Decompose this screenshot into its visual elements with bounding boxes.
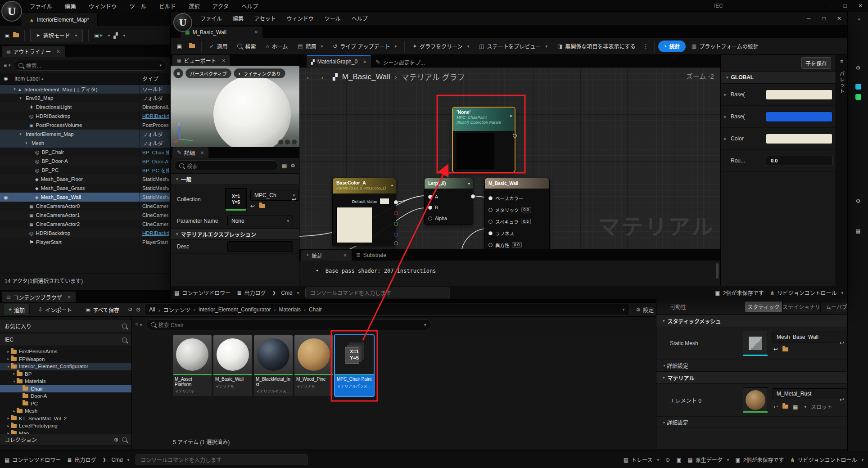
output-pin-g[interactable] [394, 222, 398, 226]
expand-arrow-icon[interactable]: ▸ [6, 350, 11, 354]
input-pin[interactable] [488, 231, 493, 235]
material-thumbnail[interactable] [743, 387, 768, 413]
collapse-icon[interactable]: ▴ [391, 183, 393, 187]
locate-icon[interactable]: ⊙ [136, 306, 140, 313]
asset-tile[interactable]: M_BlackMetal_Inst マテリアルインス... [254, 335, 293, 396]
lit-mode-dropdown[interactable]: ◐ ライティングあり [234, 68, 285, 78]
preview-state-dropdown[interactable]: ◫ ステートをプレビュー ▾ [475, 40, 552, 53]
texture-streaming-icon[interactable]: ▦ [793, 404, 798, 410]
folder-tree-row[interactable]: ▸ FirstPersonArms [0, 348, 131, 356]
clipboard-icon[interactable]: ▤ [855, 228, 860, 234]
gear-icon[interactable]: ⚙ [856, 65, 861, 71]
expand-arrow-icon[interactable]: ▾ [12, 87, 18, 91]
menu-item[interactable]: ヘルプ [346, 14, 373, 22]
details-search-input[interactable]: 検索 [174, 160, 278, 171]
close-icon[interactable]: ✕ [254, 30, 258, 35]
breadcrumb-item[interactable]: Materials [271, 306, 301, 313]
close-icon[interactable]: ✕ [222, 58, 225, 63]
viewport-tab[interactable]: ▦ ビューポート ✕ [172, 55, 230, 66]
folder-tree-row[interactable]: ▸ KT_SmartMat_Vol_2 [0, 415, 131, 423]
input-pin-b[interactable] [428, 206, 432, 210]
material-section[interactable]: ▾ マテリアル [656, 371, 848, 384]
close-icon[interactable]: ✕ [363, 59, 366, 64]
chevron-down-icon[interactable]: ▾ [858, 17, 860, 22]
parameter-row[interactable]: ▸ Base( [721, 106, 836, 128]
material-graph-tab[interactable]: ▞ MaterialGraph_0 ✕ [307, 55, 371, 68]
pin-value[interactable]: 0.0 [521, 207, 532, 212]
palette-menu-icon[interactable]: ≡ [836, 55, 847, 65]
more-options-icon[interactable]: ⋮ [642, 43, 651, 50]
material-preview-viewport[interactable]: ≡ パースペクティブ ◐ ライティングあり Z [171, 66, 299, 147]
output-pin[interactable] [513, 134, 517, 138]
nav-forward-icon[interactable]: → [317, 73, 325, 81]
collection-thumbnail[interactable]: X=1 Y=5 [225, 188, 247, 211]
advanced-row[interactable]: ▸ 詳細設定 [656, 417, 848, 428]
perspective-dropdown[interactable]: パースペクティブ [185, 68, 231, 78]
import-button[interactable]: ⇩ インポート [33, 304, 77, 315]
outliner-search-input[interactable]: 検索... ▾ [14, 60, 167, 71]
search-icon[interactable] [122, 437, 127, 442]
outliner-row[interactable]: ▦ CineCameraActor1 CineCameraActor [0, 211, 170, 220]
input-pin[interactable] [488, 243, 493, 247]
node-input-pin-row[interactable]: 異方性 0.0 [485, 239, 549, 249]
outliner-row[interactable]: ▦ CineCameraActor0 CineCameraActor [0, 202, 170, 211]
reset-to-default-icon[interactable]: ↩ [840, 340, 844, 346]
search-icon[interactable] [122, 338, 127, 342]
type-column[interactable]: タイプ [142, 75, 158, 82]
menu-item[interactable]: アセット [249, 14, 281, 22]
asset-tile[interactable]: M_Wood_Pine マテリアル [294, 335, 333, 396]
expand-arrow-icon[interactable]: ▾ [18, 132, 23, 136]
scene-settings-tab[interactable]: ✎ シーン設定をプ... [371, 57, 429, 68]
visibility-column-eye-icon[interactable]: ◉ [0, 76, 12, 81]
basecolor-param-node[interactable]: BaseColor_A Param (0.81,0.788,0.655,1) ▴… [332, 178, 396, 246]
expand-arrow-icon[interactable]: ▸ [724, 136, 731, 141]
asset-search-input[interactable]: 検索 Chair ▾ [146, 319, 431, 330]
clean-graph-dropdown[interactable]: ✦ グラフをクリーン ▾ [408, 40, 473, 53]
menu-item[interactable]: ファイル [23, 2, 59, 10]
stats-button[interactable]: ◔ 統計 [658, 40, 686, 52]
gear-icon[interactable]: ⚙ [290, 162, 295, 169]
display-filter-icon[interactable]: ▦ [282, 162, 287, 169]
filter-icon[interactable]: ≡ [135, 322, 138, 328]
viewport-mini-buttons[interactable] [278, 140, 297, 144]
reset-to-default-icon[interactable]: ↩ [840, 396, 844, 403]
expand-arrow-icon[interactable]: ▾ [12, 379, 17, 383]
menu-item[interactable]: 編集 [59, 2, 82, 10]
apply-button[interactable]: ✓ 適用 [205, 40, 231, 53]
use-selected-asset-icon[interactable]: ↩ [250, 203, 255, 209]
close-icon[interactable]: ✕ [56, 49, 60, 54]
menu-item[interactable]: ヘルプ [235, 2, 265, 10]
add-collection-icon[interactable]: ⊕ [114, 436, 118, 443]
menu-item[interactable]: ツール [319, 14, 346, 22]
use-selected-asset-icon[interactable]: ↩ [773, 346, 778, 352]
menu-item[interactable]: 編集 [227, 14, 249, 22]
details-tab[interactable]: ✎ 詳細 ✕ [172, 147, 208, 158]
expand-arrow-icon[interactable]: ▾ [6, 364, 11, 369]
folder-tree-row[interactable]: Door-A [0, 392, 131, 400]
breadcrumb-item[interactable]: Chair [301, 306, 322, 313]
outliner-row[interactable]: ◉ ◆ Mesh_Base_Wall StaticMeshActor [0, 193, 170, 202]
outliner-row[interactable]: ◎ BP_Chair BP_Chair 編集 [0, 148, 170, 157]
content-drawer-button[interactable]: ▤ コンテンツドロワー [5, 456, 61, 464]
outliner-row[interactable]: ◎ HDRIBackdrop HDRIBackdrop [0, 112, 170, 121]
outliner-row[interactable]: ⚑ PlayerStart PlayerStart [0, 238, 170, 247]
cmd-dropdown[interactable]: ❯_ Cmd ▾ [102, 457, 129, 463]
home-button[interactable]: ⌂ ホーム [262, 40, 292, 53]
expand-arrow-icon[interactable]: ▾ [18, 96, 23, 100]
nav-back-icon[interactable]: ← [306, 73, 313, 81]
material-expression-section[interactable]: ▾ マテリアルエクスプレッション [171, 228, 299, 240]
project-section[interactable]: IEC [0, 334, 131, 346]
path-breadcrumb[interactable]: AllコンテンツInterior_Element_ConfiguratorMat… [144, 304, 629, 315]
gear-icon[interactable]: ⚙ [856, 198, 861, 204]
substrate-tab[interactable]: ≣ Substrate [352, 250, 391, 261]
back-history-icon[interactable]: ↺ [128, 306, 132, 313]
select-mode-dropdown[interactable]: ➤ 選択モード ▾ [30, 29, 83, 42]
content-drawer-button[interactable]: ▤ コンテンツドロワー [174, 289, 231, 297]
menu-item[interactable]: ビルド [153, 2, 182, 10]
console-input[interactable]: コンソールコマンドを入力します [136, 454, 307, 465]
platform-stats-button[interactable]: ▥ プラットフォームの統計 [687, 40, 763, 53]
browse-content-icon[interactable] [189, 44, 195, 48]
material-graph-canvas[interactable]: ← → ▞ M_Basic_Wall › マテリアル グラフ ズーム -2 マテ… [299, 68, 720, 249]
menu-item[interactable]: ウィンドウ [281, 14, 319, 22]
folder-tree-row[interactable]: Chair [0, 385, 131, 393]
